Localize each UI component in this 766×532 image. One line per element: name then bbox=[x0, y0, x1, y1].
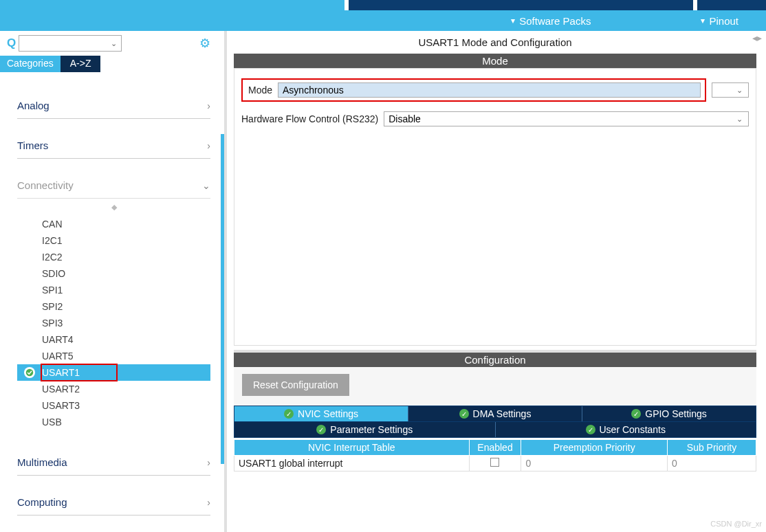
hwfc-label: Hardware Flow Control (RS232) bbox=[241, 113, 378, 124]
reset-configuration-button[interactable]: Reset Configuration bbox=[242, 374, 349, 396]
item-usart2[interactable]: USART2 bbox=[17, 381, 210, 397]
tab-dma-settings[interactable]: ✓DMA Settings bbox=[408, 406, 582, 421]
check-icon: ✓ bbox=[316, 425, 326, 434]
cell-sub: 0 bbox=[667, 456, 756, 472]
check-icon bbox=[24, 367, 35, 378]
item-sdio[interactable]: SDIO bbox=[17, 265, 210, 282]
category-timers[interactable]: Timers› bbox=[17, 133, 210, 159]
watermark: CSDN @Dir_xr bbox=[710, 520, 762, 528]
tab-parameter-settings[interactable]: ✓Parameter Settings bbox=[234, 422, 495, 437]
item-i2c2[interactable]: I2C2 bbox=[17, 249, 210, 265]
check-icon: ✓ bbox=[459, 409, 469, 419]
check-icon: ✓ bbox=[631, 409, 641, 419]
category-computing[interactable]: Computing› bbox=[17, 489, 210, 516]
tab-extra[interactable] bbox=[697, 0, 766, 10]
chevron-right-icon: › bbox=[207, 140, 210, 151]
th-enabled: Enabled bbox=[469, 440, 521, 456]
item-usb[interactable]: USB bbox=[17, 414, 210, 430]
configuration-header: Configuration bbox=[234, 353, 756, 367]
item-spi2[interactable]: SPI2 bbox=[17, 298, 210, 315]
mode-label: Mode bbox=[248, 85, 272, 96]
tab-user-constants[interactable]: ✓User Constants bbox=[495, 422, 756, 437]
software-packs-dropdown[interactable]: ▾Software Packs bbox=[511, 15, 591, 27]
item-uart4[interactable]: UART4 bbox=[17, 331, 210, 348]
item-i2c1[interactable]: I2C1 bbox=[17, 232, 210, 249]
chevron-right-icon: › bbox=[207, 497, 210, 508]
search-icon: Q bbox=[7, 36, 16, 50]
tab-gpio-settings[interactable]: ✓GPIO Settings bbox=[582, 406, 756, 421]
sub-toolbar: ▾Software Packs ▾Pinout bbox=[0, 10, 766, 31]
collapse-icon[interactable]: ◂▸ bbox=[752, 32, 762, 43]
chevron-down-icon: ▾ bbox=[701, 16, 705, 25]
item-spi1[interactable]: SPI1 bbox=[17, 282, 210, 298]
check-icon: ✓ bbox=[284, 409, 294, 419]
item-usart1[interactable]: USART1 bbox=[17, 364, 210, 381]
item-can[interactable]: CAN bbox=[17, 216, 210, 232]
cell-preempt: 0 bbox=[521, 456, 668, 472]
chevron-down-icon: ▾ bbox=[511, 16, 515, 25]
category-analog[interactable]: Analog› bbox=[17, 93, 210, 119]
svg-point-0 bbox=[26, 369, 34, 377]
chevron-right-icon: › bbox=[207, 457, 210, 468]
highlight-box: Mode Asynchronous bbox=[241, 78, 706, 102]
mode-select-chevron[interactable]: ⌄ bbox=[712, 82, 749, 98]
panel-title: USART1 Mode and Configuration ◂▸ bbox=[234, 31, 756, 54]
cell-interrupt-name: USART1 global interrupt bbox=[234, 456, 470, 472]
item-usart3[interactable]: USART3 bbox=[17, 397, 210, 414]
table-row[interactable]: USART1 global interrupt 0 0 bbox=[234, 456, 756, 472]
chevron-down-icon: ⌄ bbox=[202, 180, 210, 191]
th-interrupt: NVIC Interrupt Table bbox=[234, 440, 470, 456]
sort-icon[interactable]: ◆ bbox=[17, 203, 210, 212]
gear-icon[interactable]: ⚙ bbox=[199, 36, 210, 51]
mode-select[interactable]: Asynchronous bbox=[278, 82, 701, 98]
check-icon: ✓ bbox=[586, 425, 595, 434]
hwfc-select[interactable]: Disable ⌄ bbox=[384, 111, 749, 126]
category-connectivity[interactable]: Connectivity⌄ bbox=[17, 173, 210, 199]
tab-categories[interactable]: Categories bbox=[0, 56, 61, 72]
th-preempt: Preemption Priority bbox=[521, 440, 668, 456]
search-input[interactable]: ⌄ bbox=[19, 35, 122, 52]
checkbox[interactable] bbox=[490, 458, 499, 467]
scrollbar[interactable] bbox=[221, 134, 224, 464]
nvic-table: NVIC Interrupt Table Enabled Preemption … bbox=[234, 439, 756, 472]
tab-az[interactable]: A->Z bbox=[61, 56, 101, 72]
category-multimedia[interactable]: Multimedia› bbox=[17, 450, 210, 476]
chevron-down-icon: ⌄ bbox=[111, 39, 117, 48]
mode-header: Mode bbox=[234, 54, 756, 68]
th-sub: Sub Priority bbox=[667, 440, 756, 456]
chevron-down-icon: ⌄ bbox=[736, 86, 743, 95]
item-uart5[interactable]: UART5 bbox=[17, 348, 210, 364]
tab-clock-config[interactable] bbox=[349, 0, 693, 10]
tab-pinout-config[interactable] bbox=[0, 0, 344, 10]
cell-enabled[interactable] bbox=[469, 456, 521, 472]
pinout-dropdown[interactable]: ▾Pinout bbox=[701, 15, 738, 27]
chevron-right-icon: › bbox=[207, 100, 210, 111]
chevron-down-icon: ⌄ bbox=[736, 115, 743, 124]
item-spi3[interactable]: SPI3 bbox=[17, 315, 210, 331]
tab-nvic-settings[interactable]: ✓NVIC Settings bbox=[234, 406, 408, 421]
